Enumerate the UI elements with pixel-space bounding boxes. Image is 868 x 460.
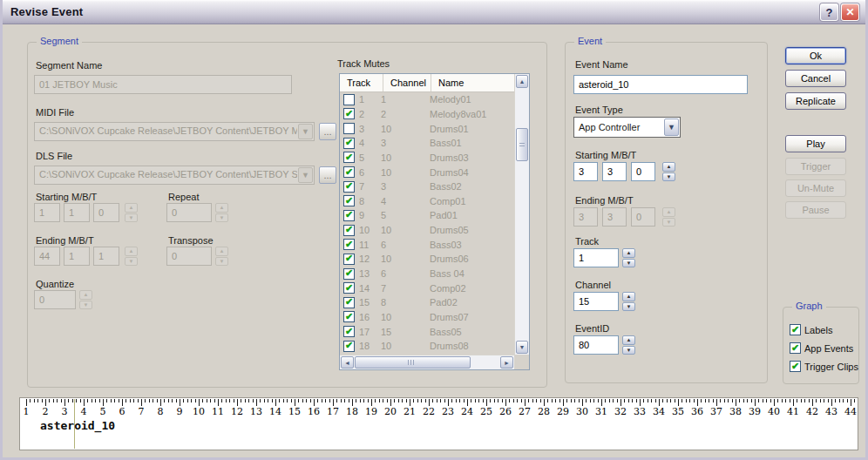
help-icon[interactable]: ?	[820, 3, 838, 21]
title-bar[interactable]: Revise Event ? ✕	[3, 0, 865, 24]
track-mutes-list[interactable]: Track Channel Name 11Melody0122Melody8va…	[339, 73, 530, 370]
track-cell: 5	[355, 152, 381, 163]
ruler-minor-tick	[437, 399, 437, 402]
checkbox[interactable]	[790, 361, 801, 372]
column-header-channel[interactable]: Channel	[383, 74, 431, 91]
event-id-spinner[interactable]: ▲▼	[622, 335, 635, 355]
event-channel-spinner[interactable]: ▲▼	[622, 292, 635, 311]
ruler-minor-tick	[272, 399, 273, 402]
ruler-minor-tick	[440, 399, 441, 402]
event-starting-beat-field[interactable]	[602, 162, 627, 181]
track-mute-row[interactable]: 510Drums03	[340, 151, 514, 166]
track-mute-row[interactable]: 1715Bass05	[340, 324, 514, 339]
spin-down-icon: ▼	[622, 259, 635, 268]
event-starting-measure-field[interactable]	[573, 162, 598, 181]
ruler-minor-tick	[651, 399, 652, 402]
track-mute-checkbox[interactable]	[343, 195, 355, 206]
cancel-button[interactable]: Cancel	[785, 70, 846, 87]
track-mute-checkbox[interactable]	[343, 239, 355, 250]
event-channel-field[interactable]	[573, 292, 619, 311]
scroll-left-icon[interactable]: ◄	[341, 356, 354, 369]
close-icon[interactable]: ✕	[841, 3, 859, 21]
track-mute-checkbox[interactable]	[343, 282, 355, 294]
track-mute-row[interactable]: 43Bass01	[340, 136, 514, 151]
scroll-up-icon[interactable]: ▲	[516, 75, 528, 88]
midi-file-combo: C:\SONiVOX Cupcake Release\JETBOY Conten…	[34, 122, 315, 141]
ruler-minor-tick	[709, 399, 709, 402]
track-mute-row[interactable]: 84Comp01	[340, 193, 514, 208]
track-mute-checkbox[interactable]	[343, 210, 355, 221]
event-id-field[interactable]	[573, 335, 619, 355]
timeline-event-label[interactable]: asteroid_10	[40, 419, 115, 432]
track-mute-checkbox[interactable]	[343, 123, 355, 134]
ruler-major-tick	[410, 399, 410, 406]
play-button[interactable]: Play	[785, 135, 846, 152]
track-mute-checkbox[interactable]	[343, 138, 355, 149]
graph-option-labels[interactable]: Labels	[790, 324, 832, 335]
graph-option-trigger-clips[interactable]: Trigger Clips	[790, 361, 858, 372]
column-header-track[interactable]: Track	[340, 74, 383, 91]
track-mutes-hscrollbar[interactable]: ◄ ►	[340, 355, 514, 369]
checkbox[interactable]	[790, 324, 801, 335]
track-mute-row[interactable]: 1610Drums07	[340, 310, 514, 325]
track-mute-checkbox[interactable]	[343, 166, 355, 178]
track-mute-checkbox[interactable]	[343, 326, 355, 337]
track-mute-row[interactable]: 11Melody01	[340, 92, 514, 107]
track-cell: 9	[355, 210, 381, 220]
checkbox[interactable]	[790, 342, 801, 354]
ruler-minor-tick	[432, 399, 433, 402]
track-mute-row[interactable]: 610Drums04	[340, 165, 514, 179]
event-starting-mbt-spinner[interactable]: ▲▼	[662, 162, 675, 181]
track-mute-row[interactable]: 158Pad02	[340, 295, 514, 310]
track-mute-row[interactable]: 22Melody8va01	[340, 107, 514, 122]
column-header-name[interactable]: Name	[431, 74, 514, 91]
track-mute-row[interactable]: 1010Drums05	[340, 223, 514, 238]
track-mute-checkbox[interactable]	[343, 341, 355, 352]
graph-option-app-events[interactable]: App Events	[790, 342, 853, 354]
track-mute-checkbox[interactable]	[343, 254, 355, 265]
ruler-minor-tick	[689, 399, 690, 402]
track-mute-row[interactable]: 1210Drums06	[340, 252, 514, 267]
replicate-button[interactable]: Replicate	[785, 92, 846, 110]
track-mutes-header[interactable]: Track Channel Name	[340, 74, 514, 92]
event-track-field[interactable]	[573, 248, 619, 267]
track-mute-row[interactable]: 136Bass 04	[340, 267, 514, 281]
vscroll-thumb[interactable]	[516, 128, 528, 161]
track-mute-row[interactable]: 73Bass02	[340, 179, 514, 194]
ok-button[interactable]: Ok	[785, 47, 846, 64]
scroll-right-icon[interactable]: ►	[500, 356, 513, 369]
dls-file-browse-button[interactable]: ...	[319, 166, 336, 184]
track-mute-checkbox[interactable]	[343, 108, 355, 119]
ruler-minor-tick	[804, 399, 805, 402]
track-mute-checkbox[interactable]	[343, 297, 355, 308]
event-type-combo[interactable]: App Controller ▼	[573, 117, 681, 138]
midi-file-browse-button[interactable]: ...	[319, 123, 336, 140]
ruler-minor-tick	[287, 399, 288, 402]
track-mute-checkbox[interactable]	[343, 181, 355, 193]
ruler-minor-tick	[490, 399, 491, 402]
track-mute-row[interactable]: 1810Drums08	[340, 339, 514, 354]
track-mute-row[interactable]: 310Drums01	[340, 121, 514, 136]
event-track-spinner[interactable]: ▲▼	[622, 248, 635, 267]
track-mutes-vscrollbar[interactable]: ▲ ▼	[514, 74, 529, 355]
ruler-minor-tick	[632, 399, 633, 402]
track-mute-checkbox[interactable]	[343, 311, 355, 322]
ruler-number: 17	[327, 406, 339, 417]
track-mute-checkbox[interactable]	[343, 152, 355, 163]
event-type-dropdown-icon[interactable]: ▼	[664, 118, 679, 136]
track-mute-row[interactable]: 116Bass03	[340, 237, 514, 252]
quantize-label: Quantize	[36, 279, 74, 289]
track-mute-checkbox[interactable]	[343, 225, 355, 236]
event-name-field[interactable]	[573, 75, 748, 94]
track-mute-checkbox[interactable]	[343, 268, 355, 280]
scroll-down-icon[interactable]: ▼	[516, 341, 528, 354]
ruler-minor-tick	[76, 399, 77, 402]
quantize-spinner: ▲▼	[79, 290, 92, 309]
ruler-minor-tick	[379, 399, 380, 402]
track-mute-checkbox[interactable]	[343, 94, 355, 105]
event-starting-tick-field[interactable]	[631, 162, 655, 181]
track-mute-row[interactable]: 147Comp02	[340, 281, 514, 295]
timeline-ruler[interactable]: 1234567891011121314151617181920212223242…	[19, 397, 858, 450]
track-mute-row[interactable]: 95Pad01	[340, 208, 514, 223]
hscroll-thumb[interactable]	[355, 356, 471, 369]
